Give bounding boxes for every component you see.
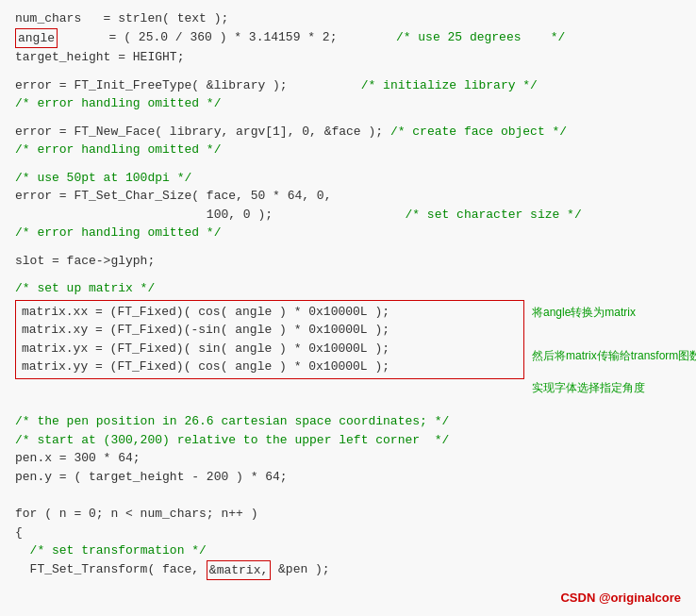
comment-char-size: /* set character size */ [405, 206, 581, 225]
comment-text: /* start at (300,200) relative to the up… [15, 431, 449, 450]
matrix-xx: matrix.xx = (FT_Fixed)( cos( angle ) * 0… [22, 303, 518, 322]
line-new-face: error = FT_New_Face( library, argv[1], 0… [15, 123, 681, 142]
line-error-1: /* error handling omitted */ [15, 94, 681, 113]
angle-highlight: angle [15, 28, 58, 49]
matrix-yy: matrix.yy = (FT_Fixed)( cos( angle ) * 0… [22, 358, 518, 376]
line-error-3: /* error handling omitted */ [15, 224, 681, 242]
line-set-char-size-cont: 100, 0 ); /* set character size */ [15, 206, 681, 225]
line-set-transform-comment: /* set transformation */ [15, 541, 681, 560]
code-text: matrix.xy = (FT_Fixed)(-sin( angle ) * 0… [22, 321, 389, 340]
annotation-1: 将angle转换为matrix [532, 304, 696, 321]
comment-text: /* set up matrix */ [15, 279, 155, 298]
code-text [15, 541, 30, 560]
line-set-char-size: error = FT_Set_Char_Size( face, 50 * 64,… [15, 187, 681, 206]
code-text: 100, 0 ); [15, 206, 405, 225]
annotation-3: 实现字体选择指定角度 [532, 379, 696, 396]
line-pen-x: pen.x = 300 * 64; [15, 449, 681, 468]
line-for: for ( n = 0; n < num_chars; n++ ) [15, 505, 681, 524]
line-comment-50pt: /* use 50pt at 100dpi */ [15, 169, 681, 188]
matrix-xy: matrix.xy = (FT_Fixed)(-sin( angle ) * 0… [22, 321, 518, 340]
line-target-height: target_height = HEIGHT; [15, 48, 681, 67]
code-text: matrix.yy = (FT_Fixed)( cos( angle ) * 0… [22, 358, 389, 376]
line-matrix-comment: /* set up matrix */ [15, 279, 681, 298]
comment-new-face: /* create face object */ [390, 123, 567, 142]
code-text: slot = face->glyph; [15, 252, 155, 271]
code-text: { [15, 524, 23, 542]
line-set-transform: FT_Set_Transform( face, &matrix, &pen ); [15, 560, 681, 581]
code-text: pen.y = ( target_height - 200 ) * 64; [15, 468, 288, 487]
code-text: FT_Set_Transform( face, [15, 560, 207, 581]
comment-text: /* set transformation */ [30, 541, 207, 560]
line-slot: slot = face->glyph; [15, 252, 681, 271]
line-init-freetype: error = FT_Init_FreeType( &library ); /*… [15, 76, 681, 95]
line-pen-comment-1: /* the pen position in 26.6 cartesian sp… [15, 412, 681, 431]
code-text: target_height = HEIGHT; [15, 48, 184, 67]
code-text: pen.x = 300 * 64; [15, 449, 141, 468]
and-matrix-highlight: &matrix, [207, 560, 271, 581]
line-brace: { [15, 524, 681, 542]
comment-text: /* the pen position in 26.6 cartesian sp… [15, 412, 449, 431]
line-pen-comment-2: /* start at (300,200) relative to the up… [15, 431, 681, 450]
code-text: for ( n = 0; n < num_chars; n++ ) [15, 505, 257, 524]
code-text: error = FT_Set_Char_Size( face, 50 * 64,… [15, 187, 331, 206]
comment-text: /* error handling omitted */ [15, 141, 221, 159]
line-angle: angle = ( 25.0 / 360 ) * 3.14159 * 2; /*… [15, 28, 681, 49]
code-text: error = FT_New_Face( library, argv[1], 0… [15, 123, 390, 142]
line-error-2: /* error handling omitted */ [15, 141, 681, 159]
comment-text: /* use 50pt at 100dpi */ [15, 169, 191, 188]
matrix-block: matrix.xx = (FT_Fixed)( cos( angle ) * 0… [15, 300, 524, 379]
csdn-watermark: CSDN @originalcore [560, 589, 681, 608]
code-block: num_chars = strlen( text ); angle = ( 25… [15, 9, 681, 580]
code-text: matrix.yx = (FT_Fixed)( sin( angle ) * 0… [22, 340, 389, 358]
line-num-chars: num_chars = strlen( text ); [15, 9, 681, 28]
code-text: = ( 25.0 / 360 ) * 3.14159 * 2; [58, 28, 337, 49]
comment-text: /* error handling omitted */ [15, 94, 221, 113]
code-text: error = FT_Init_FreeType( &library ); [15, 76, 361, 95]
annotation-2: 然后将matrix传输给transform图数 [532, 347, 696, 364]
matrix-yx: matrix.yx = (FT_Fixed)( sin( angle ) * 0… [22, 340, 518, 358]
line-pen-y: pen.y = ( target_height - 200 ) * 64; [15, 468, 681, 487]
code-text-2: &pen ); [271, 560, 329, 581]
comment-init-lib: /* initialize library */ [361, 76, 538, 95]
comment-text: /* error handling omitted */ [15, 224, 221, 242]
code-text: num_chars = strlen( text ); [15, 9, 228, 28]
comment-use-degrees: /* use 25 degrees */ [337, 28, 565, 49]
code-container: num_chars = strlen( text ); angle = ( 25… [0, 0, 696, 616]
code-text: matrix.xx = (FT_Fixed)( cos( angle ) * 0… [22, 303, 389, 322]
